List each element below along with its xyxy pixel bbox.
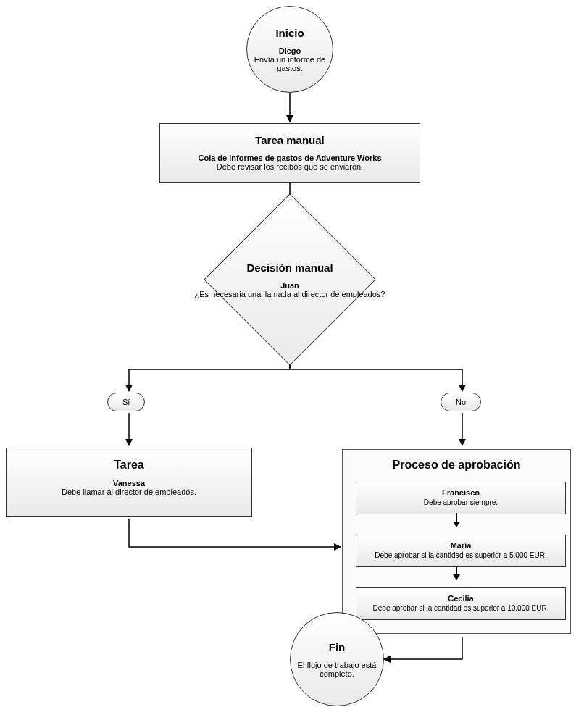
manual-task-action: Debe revisar los recibos que se enviaron… xyxy=(167,162,412,171)
end-node: Fin El flujo de trabajo está completo. xyxy=(290,612,384,706)
task-actor: Vanessa xyxy=(14,479,244,488)
branch-yes-wrap: Sí xyxy=(107,393,145,411)
decision-title: Decisión manual xyxy=(246,262,333,274)
branch-yes-pill: Sí xyxy=(107,393,145,411)
decision-node: Decisión manual Juan ¿Es necesaria una l… xyxy=(229,219,351,340)
approval-step-name: María xyxy=(361,541,561,550)
approval-step-desc: Debe aprobar siempre. xyxy=(361,498,561,506)
branch-no-wrap: No xyxy=(441,393,481,411)
flowchart-canvas: Inicio Diego Envía un informe de gastos.… xyxy=(0,0,576,728)
manual-task-node: Tarea manual Cola de informes de gastos … xyxy=(159,123,420,183)
task-title: Tarea xyxy=(14,459,244,472)
approval-process-node: Proceso de aprobación Francisco Debe apr… xyxy=(341,448,572,635)
approval-step: Cecilia Debe aprobar si la cantidad es s… xyxy=(356,587,566,620)
approval-step-desc: Debe aprobar si la cantidad es superior … xyxy=(361,604,561,612)
end-title: Fin xyxy=(329,641,346,653)
manual-task-title: Tarea manual xyxy=(167,134,412,146)
end-text-1: El flujo de trabajo está xyxy=(298,661,377,669)
task-action: Debe llamar al director de empleados. xyxy=(14,488,244,496)
approval-step-name: Cecilia xyxy=(361,594,561,603)
approval-step-name: Francisco xyxy=(361,488,561,497)
arrow-down-icon xyxy=(453,522,460,527)
approval-title: Proceso de aprobación xyxy=(356,459,557,472)
decision-actor: Juan xyxy=(280,281,299,290)
approval-step: Francisco Debe aprobar siempre. xyxy=(356,482,566,514)
decision-question: ¿Es necesaria una llamada al director de… xyxy=(195,290,385,298)
start-actor: Diego xyxy=(279,46,301,55)
start-node: Inicio Diego Envía un informe de gastos. xyxy=(246,6,333,93)
start-action: Envía un informe de gastos. xyxy=(253,55,327,72)
approval-step-desc: Debe aprobar si la cantidad es superior … xyxy=(361,551,561,559)
end-text-2: completo. xyxy=(320,669,354,678)
manual-task-actor: Cola de informes de gastos de Adventure … xyxy=(167,154,412,162)
branch-no-pill: No xyxy=(441,393,481,411)
start-title: Inicio xyxy=(275,27,304,39)
approval-step: María Debe aprobar si la cantidad es sup… xyxy=(356,535,566,567)
task-node: Tarea Vanessa Debe llamar al director de… xyxy=(6,448,252,517)
arrow-down-icon xyxy=(453,574,460,580)
